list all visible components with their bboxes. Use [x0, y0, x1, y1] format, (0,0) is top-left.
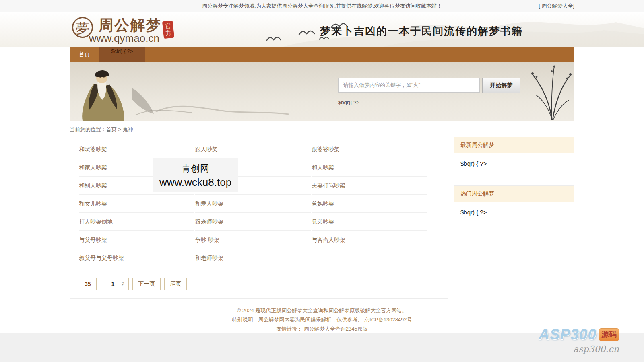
- breadcrumb: 当前您的位置：首页 > 鬼神: [70, 121, 574, 137]
- sidebar: 最新周公解梦 $bqr) { ?> 热门周公解梦 $bqr) { ?>: [454, 137, 574, 234]
- main-nav: 首页 $cid) { ?>: [70, 47, 574, 62]
- pagination: 35 1 2 下一页 尾页: [79, 278, 448, 290]
- center-watermark: 青创网 www.wcku8.top: [153, 158, 238, 192]
- list-item[interactable]: 与吝啬人吵架: [312, 231, 427, 249]
- list-item[interactable]: 与父母吵架: [79, 231, 194, 249]
- breadcrumb-prefix: 当前您的位置：: [70, 126, 106, 132]
- list-item[interactable]: 和老师吵架: [195, 249, 311, 267]
- site-url: www.qymao.cn: [89, 32, 159, 45]
- site-header: 夢 周公解梦 www.qymao.cn 官方 梦来卜吉凶的一本于民间流传的解梦书…: [0, 12, 644, 47]
- site-slogan: 梦来卜吉凶的一本于民间流传的解梦书籍: [320, 24, 523, 38]
- list-item[interactable]: 兄弟吵架: [312, 213, 427, 231]
- pagination-page-2[interactable]: 2: [117, 278, 129, 290]
- pagination-current-page: 1: [110, 278, 116, 290]
- pagination-total: 35: [79, 278, 97, 290]
- breadcrumb-current: 鬼神: [123, 126, 133, 132]
- breadcrumb-separator: >: [117, 126, 123, 132]
- watermark-site-name: 青创网: [182, 162, 209, 175]
- footer-link-2345[interactable]: 周公解梦大全查询2345原版: [304, 326, 368, 332]
- list-item[interactable]: 跟老师吵架: [195, 213, 311, 231]
- footer-links-label: 友情链接：: [276, 326, 302, 332]
- sidebar-broken-template-code: $bqr) { ?>: [454, 202, 574, 228]
- corner-watermark: ASP300 源码 asp300.cn: [539, 326, 619, 354]
- asp300-logo: ASP300: [539, 326, 597, 343]
- list-item[interactable]: 叔父母与父母吵架: [79, 249, 194, 267]
- dream-list-panel: 和老婆吵架 和家人吵架 和别人吵架 和女儿吵架 打人吵架倒地 与父母吵架 叔父母…: [70, 137, 448, 299]
- top-notice-bar: 周公解梦专注解梦领域,为大家提供周公解梦大全查询服务,并提供在线解梦,欢迎各位梦…: [0, 0, 644, 12]
- site-notice: 周公解梦专注解梦领域,为大家提供周公解梦大全查询服务,并提供在线解梦,欢迎各位梦…: [202, 3, 442, 9]
- topbar-right-link[interactable]: [ 周公解梦大全]: [539, 0, 574, 12]
- footer-disclaimer: 特别说明：周公解梦网内容为民间娱乐解析，仅供参考。 京ICP备13028492号: [0, 315, 644, 324]
- orchid-icon: [528, 63, 574, 120]
- list-item[interactable]: 争吵 吵架: [195, 231, 311, 249]
- list-item[interactable]: 爸妈吵架: [312, 195, 427, 213]
- source-code-badge: 源码: [599, 328, 619, 341]
- sidebar-title-hot: 热门周公解梦: [454, 186, 574, 202]
- sidebar-title-latest: 最新周公解梦: [454, 137, 574, 153]
- list-item[interactable]: 跟婆婆吵架: [312, 140, 427, 158]
- asp300-domain: asp300.cn: [539, 344, 619, 354]
- official-seal-icon: 官方: [162, 21, 174, 39]
- list-item[interactable]: 夫妻打骂吵架: [312, 177, 427, 195]
- pagination-next-button[interactable]: 下一页: [132, 278, 161, 290]
- search-input[interactable]: [338, 78, 480, 93]
- list-item[interactable]: 和爱人吵架: [195, 195, 311, 213]
- list-item[interactable]: 和老婆吵架: [79, 140, 194, 158]
- list-item[interactable]: 打人吵架倒地: [79, 213, 194, 231]
- list-item[interactable]: 和女儿吵架: [79, 195, 194, 213]
- list-column-3: 跟婆婆吵架 和人吵架 夫妻打骂吵架 爸妈吵架 兄弟吵架 与吝啬人吵架: [312, 140, 427, 267]
- sidebar-broken-template-code: $bqr) { ?>: [454, 153, 574, 179]
- footer-copyright: © 2024 是现代正版周公解梦大全查询和周公解梦原版破解大全官方网站。: [0, 306, 644, 315]
- breadcrumb-home-link[interactable]: 首页: [106, 126, 117, 132]
- sidebar-box-hot: 热门周公解梦 $bqr) { ?>: [454, 185, 574, 228]
- list-item[interactable]: 和人吵架: [312, 158, 427, 177]
- sidebar-box-latest: 最新周公解梦 $bqr) { ?>: [454, 137, 574, 179]
- watermark-site-url: www.wcku8.top: [159, 176, 231, 189]
- zhougong-painting-icon: [71, 64, 297, 121]
- nav-item-home[interactable]: 首页: [70, 47, 99, 62]
- search-banner: 开始解梦 $bqr){ ?>: [70, 62, 574, 121]
- search-button[interactable]: 开始解梦: [482, 78, 520, 93]
- list-item[interactable]: 跟人吵架: [195, 140, 311, 158]
- pagination-last-button[interactable]: 尾页: [164, 278, 187, 290]
- banner-broken-template-code: $bqr){ ?>: [338, 99, 359, 105]
- nav-broken-template-code: $cid) { ?>: [99, 47, 145, 62]
